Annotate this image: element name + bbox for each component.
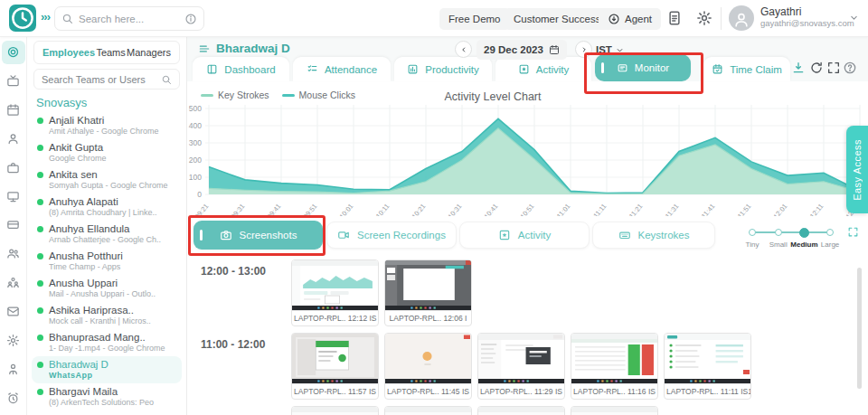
camera-icon — [220, 229, 232, 241]
tab-attendance[interactable]: Attendance — [293, 57, 391, 81]
easy-access-tab[interactable]: Easy Access — [846, 126, 868, 213]
rail-item-team[interactable] — [2, 271, 25, 295]
screenshot-thumbnail[interactable]: LAPTOP-RPL.. 12:12 IS — [291, 259, 379, 326]
size-slider-track[interactable] — [752, 231, 830, 233]
employee-list-item[interactable]: Anusha UppariMail - Anusha Uppari - Outl… — [32, 275, 182, 302]
employee-list-item[interactable]: Ashika Hariprasa..Mock call - Kranthi | … — [32, 302, 182, 329]
screenshot-thumbnail[interactable]: LAPTOP-RPL.. 11:11 IS1 — [664, 333, 751, 400]
employee-name: Anjali Khatri — [37, 115, 176, 126]
grid-expand-icon[interactable] — [847, 226, 859, 238]
screenshot-thumbnail[interactable]: LAPTOP-RPL.. 11:16 IS — [571, 333, 658, 400]
rail-item-person-badge[interactable] — [2, 357, 25, 381]
alarm-icon — [6, 391, 20, 405]
user-name: Gayathri — [760, 5, 801, 18]
rail-item-target[interactable] — [2, 41, 25, 64]
employee-list-item[interactable]: Anjali KhatriAmit Athalye - Google Chrom… — [32, 112, 182, 139]
employee-list-item[interactable]: Ankita senSomyah Gupta - Google Chrome — [32, 166, 182, 193]
users-icon — [6, 247, 20, 260]
screenshot-label: LAPTOP-RPL.. 11:16 IS — [571, 383, 657, 399]
tab-time-claim[interactable]: Time Claim — [703, 57, 790, 81]
size-label-large[interactable]: Large — [815, 241, 845, 249]
screenshot-thumbnail[interactable] — [384, 406, 472, 415]
info-icon[interactable] — [184, 13, 197, 25]
rail-item-tv[interactable] — [2, 70, 25, 93]
screenshot-thumbnail[interactable]: LAPTOP-RPL.. 11:57 IS — [291, 333, 379, 400]
subtab-label: Activity — [518, 230, 551, 241]
fullscreen-icon[interactable] — [826, 61, 841, 75]
rail-item-calendar[interactable] — [2, 99, 25, 122]
employee-name: Bharadwaj D — [37, 359, 176, 370]
tab-label: Dashboard — [224, 64, 275, 75]
svg-text:11:11: 11:11 — [591, 203, 608, 216]
online-status-dot — [37, 226, 43, 232]
prev-day-button[interactable] — [455, 41, 472, 58]
rail-item-monitor[interactable] — [2, 184, 25, 208]
screenshots-grid: 12:00 - 13:00LAPTOP-RPL.. 12:12 ISLAPTOP… — [193, 255, 856, 415]
online-status-dot — [37, 307, 43, 314]
employee-list-item[interactable]: Ankit GuptaGoogle Chrome — [32, 139, 182, 166]
filter-lines-icon[interactable] — [198, 42, 211, 55]
user-menu-caret-icon[interactable] — [848, 12, 860, 24]
employee-list-item[interactable]: Bharadwaj DWhatsApp — [32, 356, 182, 383]
employee-name: Anusha Uppari — [37, 278, 176, 288]
size-stop-tiny[interactable] — [749, 229, 756, 236]
settings-gear-icon[interactable] — [696, 10, 712, 26]
free-demo-button[interactable]: Free Demo — [439, 8, 510, 30]
svg-text:11:51: 11:51 — [736, 203, 753, 216]
subtab-activity[interactable]: Activity — [459, 222, 590, 249]
screenshot-thumbnail[interactable]: LAPTOP-RPL.. 11:29 IS — [477, 333, 565, 400]
employee-list-item[interactable]: Anuhya EllandulaArnab Chatterjee - Googl… — [32, 221, 182, 248]
grid-scrollbar[interactable] — [857, 268, 862, 389]
employee-list-item[interactable]: Bhanuprasad Mang..1- Day -1.mp4 - Google… — [32, 329, 182, 356]
next-day-button[interactable] — [575, 41, 592, 58]
date-picker[interactable]: 29 Dec 2023 — [476, 40, 567, 60]
employee-list-item[interactable]: Anusha PotthuriTime Champ - Apps — [32, 248, 182, 275]
rail-item-person[interactable] — [2, 127, 25, 151]
screenshot-thumbnail[interactable] — [571, 406, 658, 415]
size-stop-medium[interactable] — [799, 228, 809, 238]
screenshot-thumbnail[interactable]: LAPTOP-RPL.. 11:45 IS — [384, 333, 472, 400]
keyboard-icon — [618, 229, 631, 241]
download-icon[interactable] — [791, 61, 806, 75]
screenshot-thumbnail[interactable] — [291, 406, 379, 415]
subtab-screen-recordings[interactable]: Screen Recordings — [326, 222, 457, 249]
calendar-check-icon — [712, 63, 723, 75]
sidebar-tab-teams[interactable]: Teams — [96, 47, 125, 58]
rail-item-card[interactable] — [2, 213, 25, 237]
user-avatar[interactable] — [729, 5, 754, 31]
employee-list-item[interactable]: Bhargavi Maila(8) ArkenTech Solutions: P… — [32, 383, 182, 410]
sidebar-expand-chevrons-icon[interactable]: ››› — [41, 10, 50, 24]
rail-item-mail[interactable] — [2, 300, 25, 324]
screenshot-preview — [292, 260, 378, 310]
document-icon[interactable] — [666, 10, 683, 26]
tab-productivity[interactable]: Productivity — [394, 57, 492, 81]
screenshot-thumbnail[interactable] — [477, 406, 565, 415]
size-stop-small[interactable] — [775, 229, 782, 236]
rail-item-users[interactable] — [2, 242, 25, 266]
free-demo-label: Free Demo — [448, 14, 501, 24]
screenshot-thumbnail[interactable]: LAPTOP-RPL.. 12:06 I — [384, 259, 472, 326]
agent-button[interactable]: Agent — [599, 8, 661, 30]
online-status-dot — [37, 118, 43, 124]
svg-text:12:01: 12:01 — [772, 203, 789, 216]
svg-text:09:31: 09:31 — [230, 203, 247, 216]
subtab-keystrokes[interactable]: Keystrokes — [592, 222, 715, 249]
tab-dashboard[interactable]: Dashboard — [193, 57, 289, 81]
employee-list-item[interactable]: Anuhya Alapati(8) Amrita Choudhary | Lin… — [32, 193, 182, 221]
tab-monitor[interactable]: Monitor — [595, 54, 691, 81]
help-icon[interactable] — [843, 61, 857, 75]
tab-activity[interactable]: Activity — [495, 57, 591, 81]
subtab-screenshots[interactable]: Screenshots — [193, 221, 323, 250]
refresh-icon[interactable] — [809, 61, 824, 75]
sidebar-tab-managers[interactable]: Managers — [127, 47, 171, 58]
sidebar-tab-employees[interactable]: Employees — [42, 47, 95, 58]
global-search-input[interactable] — [79, 14, 179, 24]
rail-item-briefcase[interactable] — [2, 156, 25, 179]
rail-item-alarm[interactable] — [2, 386, 25, 410]
sidebar-search-input[interactable] — [42, 74, 161, 85]
screenshot-preview — [571, 407, 657, 415]
rail-item-gear[interactable] — [2, 328, 25, 352]
app-logo[interactable] — [9, 5, 36, 32]
legend-swatch — [201, 94, 213, 97]
customer-success-button[interactable]: Customer Success — [505, 8, 610, 30]
